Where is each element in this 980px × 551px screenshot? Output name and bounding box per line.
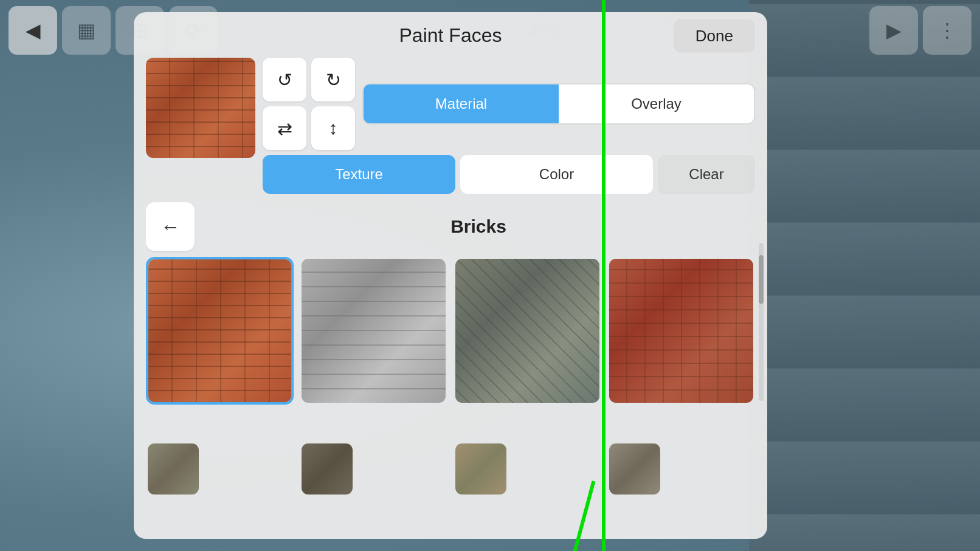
grid-header: ← Bricks bbox=[146, 202, 755, 251]
texture-swatch-4 bbox=[609, 259, 753, 403]
grid-area: ← Bricks bbox=[146, 202, 755, 527]
grid-section-title: Bricks bbox=[202, 216, 755, 237]
dialog-header: Paint Faces Done bbox=[146, 24, 755, 47]
texture-swatch-1 bbox=[148, 259, 291, 402]
play-button[interactable]: ▶ bbox=[869, 6, 918, 55]
grid-button[interactable]: ▦ bbox=[62, 6, 111, 55]
color-button[interactable]: Color bbox=[460, 155, 653, 194]
texture-color-row: Texture Color Clear bbox=[263, 155, 755, 194]
preview-controls-row: ↺ ↻ ⇄ ↕ Material Overlay Texture Col bbox=[146, 58, 755, 194]
texture-grid bbox=[146, 257, 755, 527]
paint-faces-dialog: Paint Faces Done ↺ ↻ ⇄ ↕ bbox=[134, 12, 767, 539]
overlay-tab-button[interactable]: Overlay bbox=[559, 84, 754, 123]
top-controls: ↺ ↻ ⇄ ↕ Material Overlay bbox=[263, 58, 755, 150]
texture-cell-3[interactable] bbox=[454, 257, 601, 405]
rotation-buttons: ↺ ↻ ⇄ ↕ bbox=[263, 58, 355, 150]
texture-cell-4[interactable] bbox=[607, 257, 755, 405]
more-button[interactable]: ⋮ bbox=[923, 6, 971, 55]
flip-horizontal-button[interactable]: ⇄ bbox=[263, 106, 306, 150]
back-toolbar-button[interactable]: ◀ bbox=[9, 6, 57, 55]
grid-back-button[interactable]: ← bbox=[146, 202, 195, 251]
dialog-title: Paint Faces bbox=[399, 24, 502, 47]
texture-swatch-7 bbox=[455, 443, 506, 495]
texture-swatch-2 bbox=[302, 259, 446, 403]
texture-swatch-3 bbox=[455, 259, 599, 403]
texture-button[interactable]: Texture bbox=[263, 155, 455, 194]
texture-cell-7[interactable] bbox=[454, 442, 508, 496]
texture-cell-1[interactable] bbox=[146, 257, 294, 405]
texture-cell-5[interactable] bbox=[146, 442, 201, 496]
flip-vertical-button[interactable]: ↕ bbox=[311, 106, 355, 150]
material-tab-button[interactable]: Material bbox=[364, 84, 559, 123]
rotation-row-1: ↺ ↻ bbox=[263, 58, 355, 101]
texture-cell-8[interactable] bbox=[607, 442, 662, 496]
material-overlay-toggle: Material Overlay bbox=[362, 83, 755, 125]
rotation-row-2: ⇄ ↕ bbox=[263, 106, 355, 150]
rotate-cw-button[interactable]: ↻ bbox=[311, 58, 355, 101]
preview-texture bbox=[146, 58, 255, 158]
texture-cell-2[interactable] bbox=[300, 257, 447, 405]
scrollbar[interactable] bbox=[759, 243, 764, 401]
background-stones bbox=[749, 0, 980, 551]
texture-swatch-6 bbox=[302, 443, 353, 495]
done-button[interactable]: Done bbox=[674, 19, 755, 52]
texture-cell-6[interactable] bbox=[300, 442, 354, 496]
texture-preview-large bbox=[146, 58, 255, 158]
controls-area: ↺ ↻ ⇄ ↕ Material Overlay Texture Col bbox=[263, 58, 755, 194]
scrollbar-thumb[interactable] bbox=[759, 255, 764, 304]
texture-swatch-5 bbox=[148, 443, 199, 495]
rotate-ccw-button[interactable]: ↺ bbox=[263, 58, 306, 101]
clear-button[interactable]: Clear bbox=[658, 155, 755, 194]
texture-swatch-8 bbox=[609, 443, 660, 495]
